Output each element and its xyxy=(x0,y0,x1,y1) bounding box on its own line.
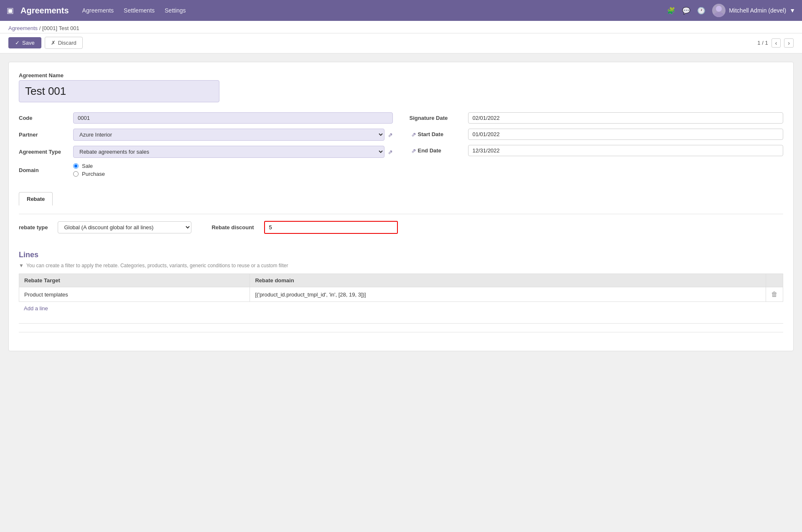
separator-2 xyxy=(19,332,783,332)
end-date-input[interactable] xyxy=(468,145,784,156)
agreement-name-label: Agreement Name xyxy=(19,72,783,79)
check-icon: ✓ xyxy=(15,40,20,46)
lines-table-body: Product templates [('product_id.product_… xyxy=(19,287,783,302)
row-delete: 🗑 xyxy=(766,287,783,302)
domain-purchase-radio[interactable] xyxy=(73,171,79,177)
breadcrumb-current: [0001] Test 001 xyxy=(42,25,79,31)
domain-sale-option[interactable]: Sale xyxy=(73,163,393,169)
col-rebate-domain: Rebate domain xyxy=(250,274,766,287)
start-date-external-link-icon[interactable]: ⇗ xyxy=(411,131,416,138)
nav-agreements[interactable]: Agreements xyxy=(82,5,114,15)
form-card: Agreement Name Code Partner xyxy=(8,62,794,351)
end-date-control xyxy=(468,145,784,156)
pagination-label: 1 / 1 xyxy=(757,40,768,46)
start-date-label-group: ⇗ Start Date xyxy=(410,131,468,138)
signature-date-label: Signature Date xyxy=(410,115,468,121)
tabs-section: Rebate xyxy=(19,192,783,205)
user-name: Mitchell Admin (devel) xyxy=(729,7,786,14)
signature-date-field-row: Signature Date xyxy=(410,112,784,124)
partner-select[interactable]: Azure Interior xyxy=(73,129,384,141)
agreement-type-control: Rebate agreements for sales ⇗ xyxy=(73,146,393,158)
separator-1 xyxy=(19,323,783,324)
lines-section: Lines ▼ You can create a filter to apply… xyxy=(19,251,783,332)
rebate-discount-input[interactable] xyxy=(264,221,398,234)
breadcrumb-bar: Agreements / [0001] Test 001 xyxy=(0,21,802,33)
end-date-external-link-icon[interactable]: ⇗ xyxy=(411,147,416,154)
signature-date-control xyxy=(468,112,784,124)
agreement-name-input[interactable] xyxy=(19,80,219,102)
code-field-row: Code xyxy=(19,112,393,124)
domain-label: Domain xyxy=(19,167,73,173)
add-line-button[interactable]: Add a line xyxy=(19,302,53,315)
form-right: Signature Date ⇗ Start Date xyxy=(410,112,784,182)
start-date-input[interactable] xyxy=(468,129,784,140)
delete-row-icon[interactable]: 🗑 xyxy=(771,291,778,298)
breadcrumb-parent[interactable]: Agreements xyxy=(8,25,38,31)
partner-external-link-icon[interactable]: ⇗ xyxy=(388,132,393,138)
form-left: Code Partner Azure Interior ⇗ xyxy=(19,112,393,182)
start-date-field-row: ⇗ Start Date xyxy=(410,129,784,140)
main-content: Agreement Name Code Partner xyxy=(0,53,802,532)
end-date-label: End Date xyxy=(418,147,468,154)
agreement-type-external-link-icon[interactable]: ⇗ xyxy=(388,149,393,155)
agreement-type-label: Agreement Type xyxy=(19,149,73,155)
lines-hint-text: You can create a filter to apply the reb… xyxy=(26,263,288,269)
domain-purchase-option[interactable]: Purchase xyxy=(73,171,393,177)
tab-rebate[interactable]: Rebate xyxy=(19,192,53,205)
partner-label: Partner xyxy=(19,132,73,138)
form-grid: Code Partner Azure Interior ⇗ xyxy=(19,112,783,182)
agreement-type-field-row: Agreement Type Rebate agreements for sal… xyxy=(19,146,393,158)
agreement-name-section: Agreement Name xyxy=(19,72,783,102)
svg-point-1 xyxy=(714,12,724,17)
domain-sale-radio[interactable] xyxy=(73,163,79,169)
user-dropdown-icon: ▼ xyxy=(789,7,795,14)
lines-title: Lines xyxy=(19,251,783,259)
svg-point-0 xyxy=(716,6,722,12)
chat-icon[interactable]: 💬 xyxy=(682,7,690,15)
code-input[interactable] xyxy=(73,112,393,124)
agreement-type-row: Rebate agreements for sales ⇗ xyxy=(73,146,393,158)
domain-field-row: Domain Sale Purchase xyxy=(19,163,393,177)
lines-hint: ▼ You can create a filter to apply the r… xyxy=(19,263,783,269)
action-bar: ✓ Save ✗ Discard 1 / 1 ‹ › xyxy=(0,33,802,53)
domain-control: Sale Purchase xyxy=(73,163,393,177)
code-label: Code xyxy=(19,115,73,121)
nav-settings[interactable]: Settings xyxy=(165,5,186,15)
save-button[interactable]: ✓ Save xyxy=(8,37,41,48)
domain-radio-group: Sale Purchase xyxy=(73,163,393,177)
apps-menu-button[interactable]: ▣ xyxy=(7,6,14,15)
domain-sale-label: Sale xyxy=(82,163,93,169)
next-button[interactable]: › xyxy=(784,38,794,48)
topnav: ▣ Agreements Agreements Settlements Sett… xyxy=(0,0,802,21)
breadcrumb: Agreements / [0001] Test 001 xyxy=(8,25,794,31)
topnav-right: 🧩 💬 🕐 Mitchell Admin (devel) ▼ xyxy=(667,4,795,17)
discard-button[interactable]: ✗ Discard xyxy=(45,37,83,49)
rebate-type-select[interactable]: Global (A discount global for all lines)… xyxy=(58,221,191,233)
user-menu[interactable]: Mitchell Admin (devel) ▼ xyxy=(712,4,795,17)
signature-date-input[interactable] xyxy=(468,112,784,124)
app-title: Agreements xyxy=(20,6,69,15)
rebate-fields: rebate type Global (A discount global fo… xyxy=(19,214,783,242)
nav-settlements[interactable]: Settlements xyxy=(124,5,155,15)
breadcrumb-separator: / xyxy=(39,25,42,31)
clock-icon[interactable]: 🕐 xyxy=(697,7,705,15)
rebate-type-label: rebate type xyxy=(19,224,48,231)
row-domain: [('product_id.product_tmpl_id', 'in', [2… xyxy=(250,287,766,302)
col-actions xyxy=(766,274,783,287)
lines-table-header: Rebate Target Rebate domain xyxy=(19,274,783,287)
end-date-field-row: ⇗ End Date xyxy=(410,145,784,156)
puzzle-icon[interactable]: 🧩 xyxy=(667,7,675,15)
partner-control: Azure Interior ⇗ xyxy=(73,129,393,141)
domain-purchase-label: Purchase xyxy=(82,171,105,177)
partner-row: Azure Interior ⇗ xyxy=(73,129,393,141)
agreement-type-select[interactable]: Rebate agreements for sales xyxy=(73,146,384,158)
col-rebate-target: Rebate Target xyxy=(19,274,250,287)
start-date-label: Start Date xyxy=(418,131,468,137)
nav-links: Agreements Settlements Settings xyxy=(82,5,667,15)
avatar xyxy=(712,4,726,17)
filter-icon: ▼ xyxy=(19,263,24,269)
end-date-label-group: ⇗ End Date xyxy=(410,147,468,154)
partner-field-row: Partner Azure Interior ⇗ xyxy=(19,129,393,141)
row-target: Product templates xyxy=(19,287,250,302)
prev-button[interactable]: ‹ xyxy=(771,38,781,48)
